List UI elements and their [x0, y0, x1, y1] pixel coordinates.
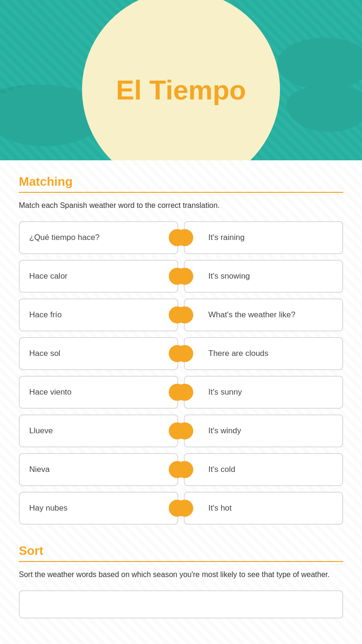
right-dot-6[interactable]: [176, 422, 193, 439]
right-card-text-3: What's the weather like?: [208, 310, 296, 320]
right-card-text-5: It's sunny: [208, 387, 242, 397]
left-card-1[interactable]: ¿Qué tiempo hace?: [19, 221, 178, 254]
right-card-text-2: It's snowing: [208, 271, 250, 281]
sort-title: Sort: [19, 544, 343, 558]
matching-grid: ¿Qué tiempo hace? It's raining Hace calo…: [19, 221, 343, 525]
left-card-7[interactable]: Nieva: [19, 453, 178, 486]
sun-circle: El Tiempo: [82, 0, 280, 160]
left-card-8[interactable]: Hay nubes: [19, 492, 178, 525]
right-card-6[interactable]: It's windy: [184, 414, 343, 447]
right-card-7[interactable]: It's cold: [184, 453, 343, 486]
left-card-text-1: ¿Qué tiempo hace?: [29, 232, 99, 243]
left-card-5[interactable]: Hace viento: [19, 376, 178, 409]
sort-section: Sort Sort the weather words based on whi…: [19, 544, 343, 619]
sort-input-area[interactable]: [19, 590, 343, 619]
sort-divider: [19, 561, 343, 562]
right-dot-4[interactable]: [176, 345, 193, 362]
right-dot-8[interactable]: [176, 500, 193, 517]
left-card-4[interactable]: Hace sol: [19, 337, 178, 370]
left-card-text-7: Nieva: [29, 464, 49, 475]
main-content: Matching Match each Spanish weather word…: [0, 160, 362, 644]
right-card-text-1: It's raining: [208, 232, 245, 243]
right-card-text-7: It's cold: [208, 464, 235, 475]
header: El Tiempo: [0, 0, 362, 160]
matching-description: Match each Spanish weather word to the c…: [19, 201, 343, 210]
sort-description: Sort the weather words based on which se…: [19, 570, 343, 579]
right-card-text-8: It's hot: [208, 503, 232, 513]
matching-section: Matching Match each Spanish weather word…: [19, 174, 343, 525]
left-card-text-6: Llueve: [29, 426, 53, 436]
matching-divider: [19, 192, 343, 193]
right-dot-7[interactable]: [176, 461, 193, 478]
matching-title: Matching: [19, 174, 343, 189]
left-card-2[interactable]: Hace calor: [19, 260, 178, 293]
right-card-2[interactable]: It's snowing: [184, 260, 343, 293]
right-card-3[interactable]: What's the weather like?: [184, 298, 343, 331]
left-card-3[interactable]: Hace frío: [19, 298, 178, 331]
left-card-text-3: Hace frío: [29, 310, 62, 320]
right-card-text-6: It's windy: [208, 426, 241, 436]
page-title: El Tiempo: [116, 74, 246, 106]
right-dot-5[interactable]: [176, 384, 193, 401]
right-card-4[interactable]: There are clouds: [184, 337, 343, 370]
right-card-5[interactable]: It's sunny: [184, 376, 343, 409]
right-dot-2[interactable]: [176, 268, 193, 285]
right-card-text-4: There are clouds: [208, 348, 269, 359]
left-card-text-5: Hace viento: [29, 387, 72, 397]
right-card-1[interactable]: It's raining: [184, 221, 343, 254]
left-card-text-8: Hay nubes: [29, 503, 67, 513]
left-card-6[interactable]: Llueve: [19, 414, 178, 447]
right-card-8[interactable]: It's hot: [184, 492, 343, 525]
left-card-text-4: Hace sol: [29, 348, 60, 359]
left-card-text-2: Hace calor: [29, 271, 67, 281]
right-dot-1[interactable]: [176, 229, 193, 246]
right-dot-3[interactable]: [176, 306, 193, 323]
